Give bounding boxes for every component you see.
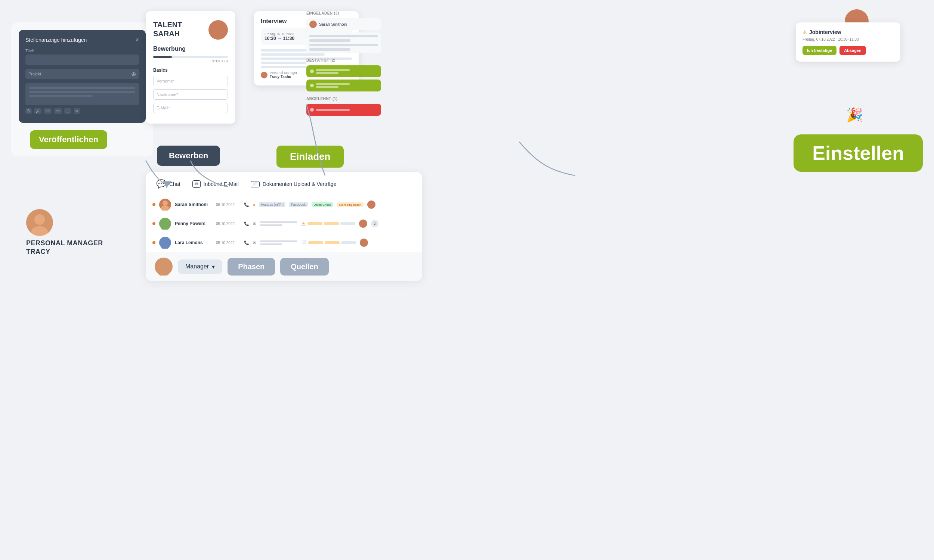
position-label-1: Hostess (m/f/n) (259, 202, 285, 207)
job-form-title: Stellenanzeige hinzufügen (25, 37, 87, 43)
titel-label: Titel* (25, 49, 139, 53)
table-row: Sarah Smithoni 06.10.2022 📞 ● Hostess (m… (146, 195, 422, 214)
projekt-row[interactable]: Projekt ⊕ (25, 69, 139, 79)
badge-3b (325, 241, 340, 244)
table-row: Lara Lemons 05.10.2022 📞 ✉ 📄 (146, 233, 422, 252)
einladen-button[interactable]: Einladen (276, 146, 344, 168)
docs-label: Dokumenten Upload & Verträge (263, 181, 337, 187)
textarea-lines (28, 85, 137, 98)
svg-point-7 (161, 205, 169, 211)
talent-avatar (208, 20, 228, 40)
einstellen-button[interactable]: Einstellen (794, 134, 923, 172)
bold-btn[interactable]: B (25, 108, 32, 114)
badge-2a (307, 222, 322, 225)
email-label: E-Mail* (157, 106, 170, 110)
panel-stellenanzeige: Stellenanzeige hinzufügen × Titel* Proje… (11, 22, 153, 157)
panel-job-interview: ⚠ Jobinterview Freitag, 07.10.2022 10:30… (796, 22, 900, 62)
row-date-3: 05.10.2022 (216, 241, 240, 245)
manager-mini-avatar (261, 72, 268, 78)
email-pair: ✉ Inbound E-Mail (193, 180, 239, 188)
list-btn[interactable]: ☰ (64, 108, 71, 114)
italic-btn[interactable]: 🖊 (34, 108, 42, 114)
vorname-field[interactable]: Vorname* (153, 76, 228, 86)
r-line-1 (316, 109, 350, 111)
row-name-penny: Penny Powers (175, 221, 212, 226)
manager-dropdown[interactable]: Manager ▾ (178, 260, 222, 274)
phasen-button[interactable]: Phasen (228, 258, 275, 275)
svg-point-10 (162, 238, 168, 244)
row-avatar-sarah (159, 198, 171, 211)
status-bar-red (306, 104, 381, 116)
status-badge-datencheck: Daten Check (311, 202, 333, 207)
edit-btn[interactable]: ✏ (74, 108, 80, 114)
step-label: STEP 1 / 4 (153, 59, 228, 63)
status-bar-green-2 (306, 80, 381, 91)
nachname-field[interactable]: Nachname* (153, 89, 228, 100)
badge-3a (308, 241, 323, 244)
bewerben-button[interactable]: Bewerben (157, 146, 220, 166)
row-tags-3: 📄 (301, 240, 356, 245)
textarea-line-1 (29, 87, 135, 89)
decline-button[interactable]: Absagen (840, 46, 866, 55)
row-avatar-small-1 (367, 200, 376, 209)
phone-icon-3: 📞 (244, 240, 249, 245)
svg-point-0 (34, 214, 45, 225)
progress-fill (153, 56, 172, 58)
add-icon[interactable]: ⊕ (131, 71, 136, 78)
close-icon[interactable]: × (136, 37, 139, 43)
row-avatar-small-2 (359, 220, 367, 228)
align-btn2[interactable]: ≡≡ (54, 108, 62, 114)
projekt-label: Projekt (28, 72, 41, 76)
bestaetigt-title: BESTÄTIGT (2) (306, 58, 381, 62)
row-lines-3 (260, 240, 297, 245)
manager-avatar (26, 209, 53, 236)
chat-icon: 💬 (156, 179, 166, 189)
r-l-1 (260, 222, 297, 223)
chat-pair: 💬 Chat (156, 179, 180, 189)
beschreibung-textarea[interactable] (25, 83, 139, 105)
veroeffentlichen-button[interactable]: Veröffentlichen (30, 130, 107, 149)
talent-title: TALENT SARAH (153, 20, 182, 38)
row-date-2: 05.10.2022 (216, 222, 240, 226)
red-bar-lines (316, 109, 350, 111)
panel-status: EINGELADEN (3) Sarah Smithoni BESTÄTIGT … (306, 11, 381, 118)
sarah-avatar-small (309, 20, 317, 28)
svg-point-11 (161, 243, 169, 249)
quellen-button[interactable]: Quellen (280, 258, 328, 275)
row-name-sarah: Sarah Smithoni (175, 202, 212, 207)
row-name-lara: Lara Lemons (175, 240, 212, 245)
svg-point-6 (162, 200, 168, 206)
badge-3c (341, 241, 356, 244)
dot-red (310, 108, 314, 112)
email-icon: ✉ (193, 180, 200, 188)
green-bar-lines-1 (316, 69, 350, 74)
row-dot-2 (153, 222, 156, 225)
svg-point-12 (160, 261, 167, 268)
green-bar-lines-2 (316, 83, 350, 88)
doc-icon-3: 📄 (301, 240, 307, 245)
textarea-line-3 (29, 95, 92, 97)
progress-bar-container: STEP 1 / 4 (153, 56, 228, 63)
job-interview-actions: Ich bestätige Absagen (803, 46, 894, 55)
g-line-2 (316, 72, 339, 74)
svg-point-8 (162, 220, 168, 225)
warning-icon-2: ⚠ (301, 221, 306, 227)
r-l-4 (260, 243, 282, 245)
job-form-dialog: Stellenanzeige hinzufügen × Titel* Proje… (18, 30, 146, 123)
row-avatar-small-3 (360, 238, 368, 247)
email-field[interactable]: E-Mail* (153, 103, 228, 113)
eingeladen-others (306, 32, 381, 53)
email-icon-3: ✉ (253, 240, 256, 245)
confirm-button[interactable]: Ich bestätige (803, 46, 837, 55)
notification-dot-1: ● (253, 203, 255, 207)
svg-point-3 (211, 32, 225, 40)
titel-input[interactable] (25, 54, 139, 65)
panel-list: 💬 Chat ✉ Inbound E-Mail 📄 Dokumenten Upl… (146, 172, 422, 281)
s-line-4 (309, 48, 350, 51)
svg-point-2 (214, 23, 222, 32)
align-btn1[interactable]: ≡≡ (44, 108, 52, 114)
chevron-down-icon: ▾ (212, 263, 215, 270)
bewerbung-title: Bewerbung (153, 46, 228, 52)
row-avatar-penny (159, 218, 171, 229)
g-line-3 (316, 83, 350, 85)
